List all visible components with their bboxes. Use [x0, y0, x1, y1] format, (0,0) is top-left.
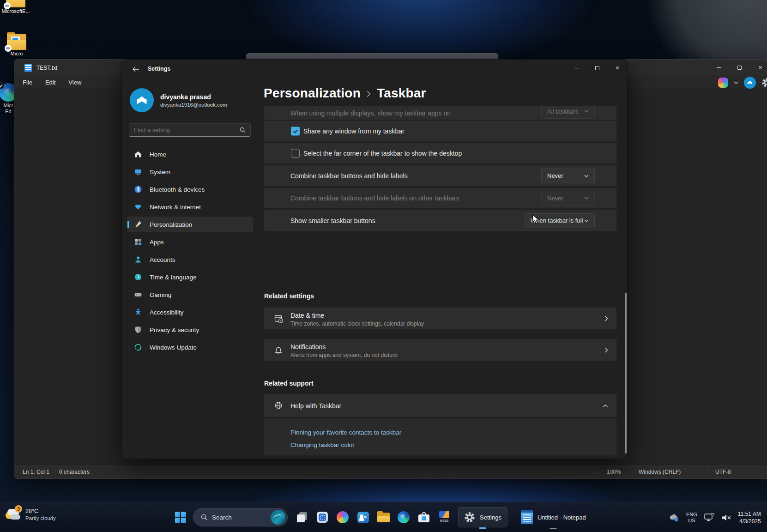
settings-titlebar[interactable]: Settings × — [122, 60, 627, 78]
taskbar-settings-label: Settings — [480, 514, 501, 521]
accessibility-icon — [133, 308, 142, 317]
setting-label: Combine taskbar buttons and hide labels — [290, 172, 408, 180]
section-heading-related-support: Related support — [264, 380, 314, 387]
teams-button[interactable] — [355, 508, 371, 526]
chevron-right-icon — [367, 91, 371, 97]
menu-file[interactable]: File — [23, 79, 32, 86]
account-avatar[interactable] — [130, 88, 154, 112]
sidebar-item-accounts[interactable]: Accounts — [127, 252, 253, 267]
far-corner-checkbox[interactable] — [291, 149, 300, 158]
volume-muted-icon[interactable] — [721, 514, 731, 522]
file-explorer-button[interactable] — [375, 508, 392, 526]
taskbar-settings-button[interactable]: Settings — [458, 507, 507, 527]
start-button[interactable] — [173, 509, 188, 525]
calendar-clock-icon — [274, 314, 284, 323]
sidebar-item-accessibility[interactable]: Accessibility — [127, 304, 253, 320]
desktop-icon-label: Micro — [2, 51, 31, 57]
taskbar-search[interactable]: Search — [193, 508, 288, 526]
m365-button[interactable]: M365 — [436, 508, 453, 526]
scrollbar[interactable] — [625, 293, 627, 453]
sidebar-item-home[interactable]: Home — [127, 146, 253, 162]
sidebar-item-personalization[interactable]: Personalization — [127, 217, 253, 232]
chevron-down-icon — [584, 219, 589, 222]
status-encoding[interactable]: UTF-8 — [715, 469, 731, 475]
status-zoom-level[interactable]: 100% — [607, 469, 621, 475]
card-subtitle: Alerts from apps and system, do not dist… — [290, 352, 397, 358]
help-links-panel: Pinning your favorite contacts to taskba… — [264, 418, 617, 456]
settings-search-input[interactable] — [129, 127, 240, 133]
help-link-taskbar-color[interactable]: Changing taskbar color — [290, 441, 355, 448]
status-char-count: 0 characters — [59, 469, 90, 475]
taskbar: 3 28°C Partly cloudy Search M365 — [0, 502, 767, 532]
weather-widget[interactable]: 3 28°C Partly cloudy — [5, 507, 56, 522]
sidebar-item-system[interactable]: System — [127, 164, 253, 180]
language-indicator[interactable]: ENGUS — [686, 512, 697, 524]
desktop-icon-folder-2[interactable]: Micro — [2, 34, 31, 57]
date-time-card[interactable]: Date & time Time zones, automatic clock … — [264, 307, 617, 330]
settings-window-title: Settings — [148, 66, 170, 72]
weather-icon: 3 — [5, 507, 21, 522]
task-view-button[interactable] — [294, 508, 310, 526]
clock[interactable]: 11:51 AM 4/3/2025 — [738, 510, 761, 525]
card-subtitle: Time zones, automatic clock settings, ca… — [290, 320, 424, 327]
notepad-close-button[interactable]: × — [750, 60, 767, 75]
account-email: divyanka1916@outlook.com — [160, 102, 227, 108]
edge-button[interactable] — [395, 508, 412, 526]
checkmark-icon — [293, 129, 298, 133]
notepad-minimize-button[interactable] — [708, 60, 729, 75]
minimize-icon — [717, 67, 721, 68]
microsoft-store-button[interactable] — [416, 508, 432, 526]
multiple-displays-dropdown[interactable]: All taskbars — [541, 106, 595, 119]
settings-search-box[interactable] — [129, 123, 251, 137]
onedrive-cloud-icon[interactable]: i — [669, 514, 680, 522]
share-window-checkbox[interactable] — [291, 127, 300, 136]
notepad-settings-gear-icon[interactable] — [761, 78, 767, 88]
bluetooth-icon — [133, 185, 142, 194]
close-icon: × — [758, 64, 762, 71]
weather-temp: 28°C — [25, 508, 56, 514]
sidebar-item-bluetooth-devices[interactable]: Bluetooth & devices — [127, 181, 253, 197]
taskbar-search-label: Search — [212, 514, 271, 521]
menu-view[interactable]: View — [68, 79, 81, 86]
background-window-edge — [246, 53, 498, 59]
sidebar-item-gaming[interactable]: Gaming — [127, 287, 253, 302]
copilot-button[interactable] — [334, 508, 351, 526]
windows-logo-icon — [175, 512, 186, 523]
search-highlight-image[interactable] — [271, 510, 285, 525]
svg-text:?: ? — [276, 406, 278, 411]
notepad-tab-title: TEST.txt — [36, 65, 57, 71]
notepad-maximize-button[interactable] — [729, 60, 750, 75]
chevron-up-icon[interactable] — [603, 404, 608, 407]
combine-other-dropdown[interactable]: Never — [541, 191, 595, 206]
help-with-taskbar-card[interactable]: ? Help with Taskbar — [264, 394, 617, 417]
settings-minimize-button[interactable] — [567, 60, 587, 76]
chevron-down-icon[interactable] — [734, 81, 738, 84]
snipping-tool-button[interactable] — [314, 508, 331, 526]
settings-close-button[interactable]: × — [607, 60, 628, 76]
copilot-icon[interactable] — [718, 78, 728, 88]
sidebar-item-privacy-security[interactable]: Privacy & security — [127, 322, 253, 338]
help-link-pinning-contacts[interactable]: Pinning your favorite contacts to taskba… — [290, 429, 401, 436]
notepad-account-avatar[interactable] — [744, 77, 756, 89]
setting-row-share-window: Share any window from my taskbar — [264, 121, 617, 142]
notifications-card[interactable]: Notifications Alerts from apps and syste… — [264, 339, 617, 361]
svg-text:i: i — [676, 518, 676, 521]
sidebar-item-windows-update[interactable]: Windows Update — [127, 339, 253, 355]
status-line-endings[interactable]: Windows (CRLF) — [639, 469, 681, 475]
breadcrumb: Personalization Taskbar — [264, 86, 426, 101]
back-button[interactable] — [128, 63, 143, 75]
setting-label: Combine taskbar buttons and hide labels … — [290, 194, 459, 202]
taskbar-notepad-button[interactable]: Untitled - Notepad — [515, 507, 592, 527]
breadcrumb-parent[interactable]: Personalization — [264, 86, 361, 101]
notepad-tab[interactable]: TEST.txt — [19, 62, 63, 74]
sidebar-item-time-language[interactable]: Time & language — [127, 269, 253, 285]
notepad-icon — [521, 510, 533, 524]
minimize-icon — [574, 68, 579, 68]
sidebar-item-network-internet[interactable]: Network & internet — [127, 199, 253, 215]
sidebar-item-apps[interactable]: Apps — [127, 234, 253, 250]
settings-maximize-button[interactable] — [587, 60, 607, 76]
menu-edit[interactable]: Edit — [45, 79, 55, 86]
combine-buttons-dropdown[interactable]: Never — [541, 169, 595, 183]
network-icon[interactable] — [704, 513, 715, 522]
desktop-icon-folder-1[interactable]: MicrosoftE... — [1, 0, 30, 14]
